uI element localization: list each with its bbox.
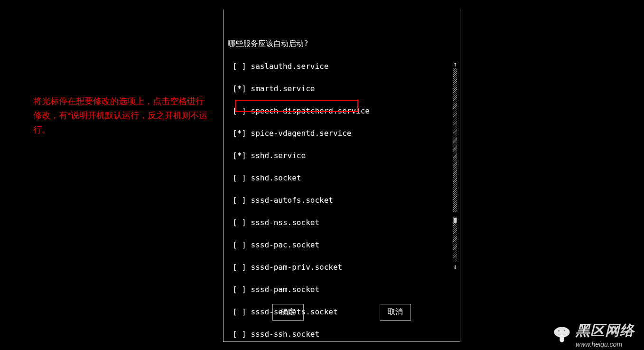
scroll-down-arrow[interactable]: ↓ (453, 263, 457, 270)
service-row[interactable]: [ ] sshd.socket (233, 172, 401, 184)
watermark-main: 黑区网络 (576, 321, 635, 341)
service-row[interactable]: [ ] sssd-ssh.socket (233, 329, 401, 340)
scrollbar-thumb[interactable] (453, 218, 457, 223)
scrollbar[interactable]: ↑ ↓ (453, 61, 457, 270)
service-row[interactable]: [ ] sssd-pam-priv.socket (233, 262, 401, 273)
annotation-text: 将光标停在想要修改的选项上，点击空格进行修改，有*说明开机默认运行，反之开机则不… (33, 94, 209, 137)
mushroom-icon (551, 324, 573, 346)
cancel-button[interactable]: 取消 (380, 304, 411, 321)
dialog-prompt: 哪些服务应该自动启动? (228, 39, 308, 49)
svg-point-2 (558, 330, 560, 331)
scroll-up-arrow[interactable]: ↑ (453, 61, 457, 67)
service-row[interactable]: [ ] sssd-autofs.socket (233, 195, 401, 206)
service-row[interactable]: [ ] saslauthd.service (233, 61, 401, 72)
service-row[interactable]: [ ] speech-dispatcherd.service (233, 105, 401, 117)
service-row[interactable]: [ ] sssd-pac.socket (233, 239, 401, 251)
watermark: 黑区网络 www.heiqu.com (551, 321, 635, 348)
scrollbar-track[interactable] (453, 68, 457, 262)
svg-point-3 (564, 330, 565, 331)
ok-button[interactable]: 确定 (272, 304, 304, 321)
service-row[interactable]: [ ] sssd-nss.socket (233, 217, 401, 228)
service-row[interactable]: [ ] sssd-pam.socket (233, 284, 401, 295)
service-row[interactable]: [*] smartd.service (233, 83, 401, 95)
service-row[interactable]: [*] spice-vdagentd.service (233, 128, 401, 139)
svg-rect-1 (560, 335, 564, 342)
service-row[interactable]: [*] sshd.service (233, 150, 401, 161)
watermark-sub: www.heiqu.com (576, 341, 635, 348)
